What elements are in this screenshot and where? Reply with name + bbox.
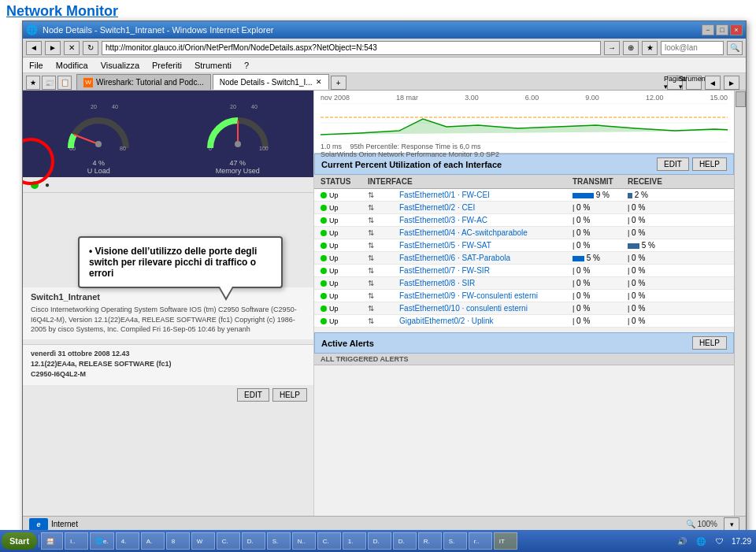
row-interface-name[interactable]: FastEthernet0/9 · FW-consulenti esterni [399,291,573,300]
row-interface-name[interactable]: FastEthernet0/3 · FW-AC [399,216,573,224]
history-button[interactable]: 📋 [57,76,72,90]
row-interface-name[interactable]: FastEthernet0/8 · SIR [399,279,573,287]
row-interface-name[interactable]: FastEthernet0/4 · AC-switchparabole [399,228,573,237]
row-receive: | 0 % [628,291,683,300]
taskbar-item-10[interactable]: N.. [292,532,316,550]
row-interface-name[interactable]: FastEthernet0/5 · FW-SAT [399,241,573,250]
row-interface-name[interactable]: FastEthernet0/7 · FW-SIR [399,266,573,275]
interface-edit-button[interactable]: EDIT [657,157,689,171]
browser-window: 🌐 Node Details - Switch1_Intranet - Wind… [22,20,747,540]
row-transmit: 9 % [573,191,628,199]
tab-nodedetails[interactable]: Node Details - Switch1_I... ✕ [213,74,329,90]
taskbar-item-17[interactable]: r.. [469,532,492,550]
zoom-button[interactable]: ▾ [724,517,739,532]
new-tab-button[interactable]: + [331,76,346,90]
taskbar-item-7[interactable]: C. [217,532,240,550]
row-status: Up [321,305,368,313]
chart-label-t1: 3.00 [465,94,479,102]
taskbar-item-8[interactable]: D. [242,532,265,550]
row-interface-name[interactable]: GigabitEthernet0/2 · Uplink [399,317,573,325]
refresh-button[interactable]: ↻ [83,41,98,55]
menu-preferiti[interactable]: Preferiti [152,61,182,70]
taskbar-item-2[interactable]: 🌐e. [90,532,114,550]
row-receive: | 0 % [628,216,683,224]
scrollbar[interactable] [734,91,746,516]
row-interface-name[interactable]: FastEthernet0/6 · SAT-Parabola [399,254,573,262]
back-button[interactable]: ◄ [26,41,42,55]
menu-strumenti[interactable]: Strumenti [195,61,232,70]
chart-label-t3: 9.00 [585,94,599,102]
taskbar-item-9[interactable]: S. [267,532,291,550]
row-iface-icon: ⇅ [368,241,399,250]
search-go-button[interactable]: 🔍 [727,41,743,55]
interface-help-button[interactable]: HELP [692,157,727,171]
row-iface-icon: ⇅ [368,216,399,224]
taskbar-item-12[interactable]: 1. [343,532,366,550]
tray-icon-3[interactable]: 🛡 [713,534,727,548]
taskbar-item-4[interactable]: A. [141,532,165,550]
row-iface-icon: ⇅ [368,254,399,262]
alerts-help-button[interactable]: HELP [692,336,727,350]
taskbar-item-3[interactable]: 4. [116,532,139,550]
taskbar-item-14[interactable]: D. [393,532,417,550]
window-controls: − □ × [702,24,743,35]
tools-button[interactable]: Strumenti ▾ [686,76,702,90]
status-text: ● [45,180,50,189]
taskbar-item-13[interactable]: D. [368,532,391,550]
taskbar-item-6[interactable]: W [191,532,215,550]
chart-label-t0: 18 mar [396,94,418,102]
chart-label-t5: 15.00 [710,94,728,102]
version-row: 12.1(22)EA4a, RELEASE SOFTWARE (fc1) [31,360,306,368]
tab-prev-icon[interactable]: ◄ [705,76,721,90]
table-row: Up ⇅ FastEthernet0/8 · SIR | 0 % | 0 % [314,277,734,290]
row-iface-icon: ⇅ [368,317,399,325]
row-interface-name[interactable]: FastEthernet0/2 · CEI [399,203,573,212]
taskbar-sep1 [39,535,39,547]
chart-info-line3: SolarWinds Orion Network Performance Mon… [321,150,728,158]
menu-help[interactable]: ? [244,61,249,70]
left-edit-button[interactable]: EDIT [237,388,269,402]
go-button[interactable]: → [604,41,620,55]
taskbar-item-1[interactable]: I.. [65,532,88,550]
taskbar-item-18[interactable]: IT [494,532,517,550]
forward-button[interactable]: ► [45,41,61,55]
minimize-button[interactable]: − [702,24,714,35]
left-edit-help-bar: EDIT HELP [23,385,313,405]
row-transmit: | 0 % [573,228,628,237]
tab-wireshark[interactable]: W Wireshark: Tutorial and Podc... [76,74,211,90]
ie-logo: e [29,518,48,531]
taskbar-item-15[interactable]: R. [418,532,442,550]
tray-icon-2[interactable]: 🌐 [694,534,708,548]
feeds-button[interactable]: 📰 [42,76,56,90]
tab-close-icon[interactable]: ✕ [316,78,322,86]
tab-next-icon[interactable]: ► [724,76,739,90]
alerts-section: Active Alerts HELP ALL TRIGGERED ALERTS [314,332,734,365]
taskbar-item-0[interactable]: 🪟 [41,532,63,550]
start-button[interactable]: Start [2,532,37,550]
row-interface-name[interactable]: FastEthernet0/1 · FW-CEI [399,191,573,199]
address-input[interactable] [102,41,601,55]
zoom-text: 🔍 100% [686,520,717,528]
maximize-button[interactable]: □ [716,24,728,35]
left-help-button[interactable]: HELP [272,388,307,402]
nav-button1[interactable]: ⊕ [623,41,639,55]
favorites-button[interactable]: ★ [26,76,40,90]
menu-visualizza[interactable]: Visualizza [101,61,139,70]
menu-file[interactable]: File [29,61,43,70]
nav-button2[interactable]: ★ [642,41,658,55]
row-receive: | 0 % [628,228,683,237]
search-input[interactable] [661,41,724,55]
row-transmit: | 0 % [573,241,628,250]
row-receive: | 0 % [628,266,683,275]
stop-button[interactable]: ✕ [64,41,80,55]
menu-modifica[interactable]: Modifica [56,61,88,70]
row-interface-name[interactable]: FastEthernet0/10 · consulenti esterni [399,304,573,313]
tray-icon-1[interactable]: 🔊 [675,534,689,548]
taskbar-item-16[interactable]: S. [443,532,467,550]
svg-text:20: 20 [230,104,236,109]
callout-arrow-inner [220,287,232,298]
taskbar-item-5[interactable]: 8 [166,532,190,550]
taskbar-item-11[interactable]: C. [317,532,341,550]
system-clock: 17.29 [732,537,751,546]
close-button[interactable]: × [730,24,743,35]
